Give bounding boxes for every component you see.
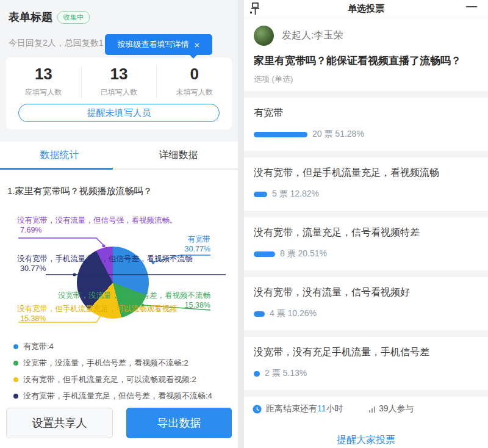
participants-count: 39人参与 bbox=[379, 403, 414, 414]
option-result-row: 5 票 12.82% bbox=[254, 189, 478, 200]
data-sheet: 数据统计 详细数据 1.家里有宽带吗？视频播放流畅吗？ 没有宽带，没有流量，但信… bbox=[0, 142, 238, 448]
pie-label-navy: 没有宽带，手机流量充足，但信号差，看视频不流畅 30.77% bbox=[17, 254, 193, 273]
vote-option[interactable]: 没宽带，没有充足手机流量，手机信号差 2 票 5.13% bbox=[244, 337, 488, 390]
vote-option[interactable]: 没有宽带，流量充足，信号看视频特差 8 票 20.51% bbox=[244, 217, 488, 270]
pie-label-text: 没宽带，没流量，手机信号差，看视频不流畅 bbox=[58, 291, 210, 300]
option-label: 没宽带，没有充足手机流量，手机信号差 bbox=[254, 346, 478, 359]
remind-vote-link[interactable]: 提醒大家投票 bbox=[253, 434, 479, 447]
vote-count: 2 票 5.13% bbox=[265, 368, 307, 379]
vote-count: 20 票 51.28% bbox=[312, 129, 364, 140]
pin-icon[interactable] bbox=[250, 2, 260, 16]
initiator-row: 发起人:李玉荣 bbox=[254, 26, 478, 46]
form-stats-panel: 表单标题 收集中 今日回复2人，总回复数1 按班级查看填写详情 × 13 应填写… bbox=[0, 0, 238, 448]
pie-label-pct: 30.77% bbox=[17, 264, 193, 273]
option-result-row: 4 票 10.26% bbox=[254, 308, 478, 319]
legend-dot bbox=[13, 361, 18, 366]
legend-item: 没有宽带，但手机流量充足，可以流畅观看视频:2 bbox=[13, 371, 212, 388]
question-title: 1.家里有宽带吗？视频播放流畅吗？ bbox=[7, 186, 152, 197]
tab-bar: 数据统计 详细数据 bbox=[0, 142, 238, 170]
pie-label-text: 没有宽带，没有流量，但信号强，看视频流畅。 bbox=[17, 215, 178, 225]
legend-label: 没宽带，没流量，手机信号差，看视频不流畅:2 bbox=[23, 358, 188, 369]
legend-dot bbox=[13, 344, 18, 349]
vote-header: 单选投票 — bbox=[244, 0, 488, 18]
form-title-row: 表单标题 收集中 bbox=[9, 10, 90, 24]
vote-title: 单选投票 bbox=[348, 3, 384, 15]
form-title: 表单标题 bbox=[9, 10, 52, 24]
tooltip-arrow bbox=[189, 54, 198, 59]
option-result-row: 20 票 51.28% bbox=[254, 129, 478, 140]
clock-icon bbox=[253, 405, 262, 414]
stat-label: 已填写人数 bbox=[82, 87, 157, 98]
option-result-row: 8 票 20.51% bbox=[254, 248, 478, 259]
legend-label: 没有宽带，但手机流量充足，可以流畅观看视频:2 bbox=[23, 374, 196, 385]
pie-label-yellow: 没有宽带，但手机流量充足，可以流畅观看视频 15.38% bbox=[17, 304, 178, 323]
stat-value: 13 bbox=[82, 65, 157, 84]
legend-item: 没有宽带，手机流量充足，但信号差，看视频不流畅:4 bbox=[13, 388, 212, 404]
initiator-name: 发起人:李玉荣 bbox=[282, 29, 343, 42]
avatar bbox=[254, 26, 274, 46]
vote-option[interactable]: 有宽带 20 票 51.28% bbox=[244, 98, 488, 151]
vote-bar bbox=[254, 251, 275, 257]
stat-label: 应填写人数 bbox=[6, 87, 81, 98]
legend-dot bbox=[13, 394, 18, 399]
legend-item: 有宽带:4 bbox=[13, 338, 212, 355]
pie-label-text: 没有宽带，但手机流量充足，可以流畅观看视频 bbox=[17, 304, 178, 314]
time-remaining: 距离结束还有11小时 bbox=[266, 403, 343, 414]
participants-icon bbox=[369, 406, 376, 413]
pie-label-blue: 有宽带 30.77% bbox=[185, 234, 210, 254]
vote-count: 4 票 10.26% bbox=[270, 308, 317, 319]
vote-count: 8 票 20.51% bbox=[280, 248, 327, 259]
legend-label: 有宽带:4 bbox=[23, 341, 54, 352]
export-data-button[interactable]: 导出数据 bbox=[126, 408, 232, 438]
vote-question: 家里有宽带吗？能保证看视频直播了流畅吗？ bbox=[254, 53, 470, 69]
stat-expected: 13 应填写人数 bbox=[6, 65, 81, 98]
option-label: 没有宽带，流量充足，信号看视频特差 bbox=[254, 226, 478, 239]
set-sharers-button[interactable]: 设置共享人 bbox=[6, 408, 113, 438]
vote-bar bbox=[254, 192, 267, 197]
pie-label-pct: 15.38% bbox=[17, 314, 178, 323]
pie-label-pct: 30.77% bbox=[185, 244, 210, 254]
pie-legend: 有宽带:4 没宽带，没流量，手机信号差，看视频不流畅:2 没有宽带，但手机流量充… bbox=[13, 338, 212, 404]
pie-label-text: 有宽带 bbox=[185, 234, 210, 244]
stat-value: 13 bbox=[6, 65, 81, 84]
footer-button-row: 设置共享人 导出数据 bbox=[6, 408, 232, 438]
vote-footer: 距离结束还有11小时 39人参与 提醒大家投票 bbox=[244, 397, 488, 448]
vote-info-card: 发起人:李玉荣 家里有宽带吗？能保证看视频直播了流畅吗？ 选项 (单选) bbox=[244, 18, 488, 91]
minimize-icon[interactable]: — bbox=[466, 0, 477, 13]
close-icon[interactable]: × bbox=[195, 40, 200, 49]
vote-meta-row: 距离结束还有11小时 39人参与 bbox=[253, 403, 479, 414]
tab-data-statistics[interactable]: 数据统计 bbox=[0, 142, 119, 168]
options-type-label: 选项 (单选) bbox=[254, 74, 478, 85]
stats-row: 13 应填写人数 13 已填写人数 0 未填写人数 bbox=[6, 65, 232, 98]
stat-filled: 13 已填写人数 bbox=[81, 65, 157, 98]
vote-option[interactable]: 没有宽带，没有流量，信号看视频好 4 票 10.26% bbox=[244, 277, 488, 330]
vote-bar bbox=[254, 311, 265, 317]
collecting-status-badge: 收集中 bbox=[57, 11, 90, 24]
pie-label-purple: 没有宽带，没有流量，但信号强，看视频流畅。 7.69% bbox=[17, 215, 178, 235]
legend-label: 没有宽带，手机流量充足，但信号差，看视频不流畅:4 bbox=[23, 391, 212, 402]
legend-dot bbox=[13, 377, 18, 382]
legend-item: 没宽带，没流量，手机信号差，看视频不流畅:2 bbox=[13, 355, 212, 371]
stat-unfilled: 0 未填写人数 bbox=[156, 65, 232, 98]
reply-summary-text: 今日回复2人，总回复数1 bbox=[9, 38, 104, 49]
tooltip-text: 按班级查看填写详情 bbox=[118, 39, 189, 50]
vote-count: 5 票 12.82% bbox=[272, 189, 319, 200]
class-detail-tooltip[interactable]: 按班级查看填写详情 × bbox=[105, 34, 212, 55]
tab-detail-data[interactable]: 详细数据 bbox=[119, 142, 238, 168]
option-label: 没有宽带，没有流量，信号看视频好 bbox=[254, 286, 478, 299]
remind-unfilled-button[interactable]: 提醒未填写人员 bbox=[18, 104, 220, 122]
option-label: 有宽带 bbox=[254, 107, 478, 120]
vote-panel: 单选投票 — 发起人:李玉荣 家里有宽带吗？能保证看视频直播了流畅吗？ 选项 (… bbox=[244, 0, 488, 448]
vote-bar bbox=[254, 371, 260, 377]
vote-bar bbox=[254, 132, 307, 137]
stat-label: 未填写人数 bbox=[157, 87, 232, 98]
pie-label-pct: 7.69% bbox=[17, 225, 178, 235]
option-label: 没有宽带，但是手机流量充足，看视频流畅 bbox=[254, 167, 478, 179]
active-tab-underline bbox=[0, 168, 113, 170]
vote-option[interactable]: 没有宽带，但是手机流量充足，看视频流畅 5 票 12.82% bbox=[244, 157, 488, 211]
option-result-row: 2 票 5.13% bbox=[254, 368, 478, 379]
fill-stats-card: 13 应填写人数 13 已填写人数 0 未填写人数 提醒未填写人员 bbox=[6, 57, 232, 129]
pie-label-text: 没有宽带，手机流量充足，但信号差，看视频不流畅 bbox=[17, 254, 193, 264]
stat-value: 0 bbox=[157, 65, 232, 84]
pie-chart-area: 没有宽带，没有流量，但信号强，看视频流畅。 7.69% 有宽带 30.77% 没… bbox=[0, 214, 238, 336]
